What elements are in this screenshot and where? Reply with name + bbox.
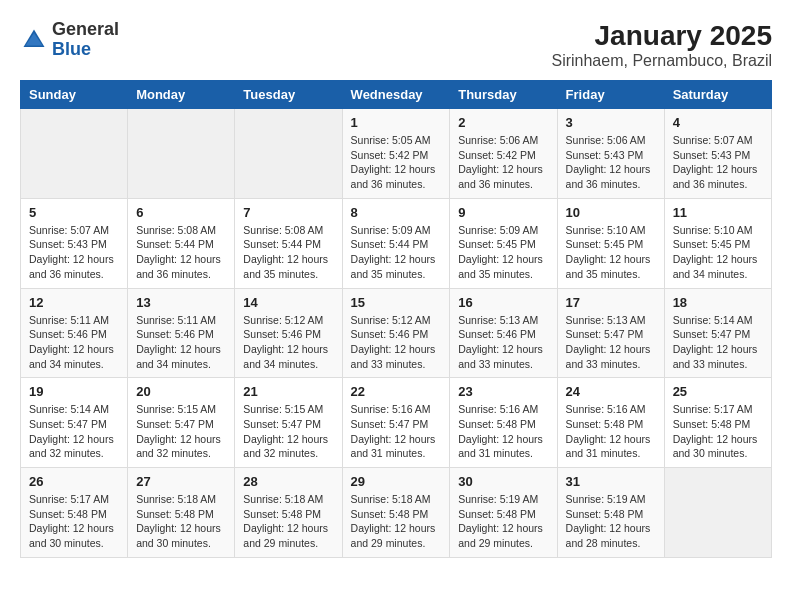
day-info: Sunrise: 5:16 AM Sunset: 5:48 PM Dayligh… — [566, 402, 656, 461]
calendar-cell — [21, 109, 128, 199]
calendar-cell: 21Sunrise: 5:15 AM Sunset: 5:47 PM Dayli… — [235, 378, 342, 468]
day-number: 12 — [29, 295, 119, 310]
day-number: 13 — [136, 295, 226, 310]
calendar-cell: 16Sunrise: 5:13 AM Sunset: 5:46 PM Dayli… — [450, 288, 557, 378]
calendar-cell: 10Sunrise: 5:10 AM Sunset: 5:45 PM Dayli… — [557, 198, 664, 288]
calendar-cell: 23Sunrise: 5:16 AM Sunset: 5:48 PM Dayli… — [450, 378, 557, 468]
day-number: 9 — [458, 205, 548, 220]
day-info: Sunrise: 5:14 AM Sunset: 5:47 PM Dayligh… — [29, 402, 119, 461]
calendar-cell: 3Sunrise: 5:06 AM Sunset: 5:43 PM Daylig… — [557, 109, 664, 199]
day-header-tuesday: Tuesday — [235, 81, 342, 109]
day-number: 28 — [243, 474, 333, 489]
day-number: 21 — [243, 384, 333, 399]
logo: General Blue — [20, 20, 119, 60]
day-info: Sunrise: 5:09 AM Sunset: 5:45 PM Dayligh… — [458, 223, 548, 282]
calendar-cell: 29Sunrise: 5:18 AM Sunset: 5:48 PM Dayli… — [342, 468, 450, 558]
calendar-cell: 9Sunrise: 5:09 AM Sunset: 5:45 PM Daylig… — [450, 198, 557, 288]
day-info: Sunrise: 5:12 AM Sunset: 5:46 PM Dayligh… — [243, 313, 333, 372]
calendar-cell: 31Sunrise: 5:19 AM Sunset: 5:48 PM Dayli… — [557, 468, 664, 558]
day-number: 3 — [566, 115, 656, 130]
calendar-cell: 1Sunrise: 5:05 AM Sunset: 5:42 PM Daylig… — [342, 109, 450, 199]
title-section: January 2025 Sirinhaem, Pernambuco, Braz… — [551, 20, 772, 70]
day-number: 11 — [673, 205, 763, 220]
day-info: Sunrise: 5:11 AM Sunset: 5:46 PM Dayligh… — [136, 313, 226, 372]
day-info: Sunrise: 5:19 AM Sunset: 5:48 PM Dayligh… — [566, 492, 656, 551]
day-number: 27 — [136, 474, 226, 489]
day-number: 5 — [29, 205, 119, 220]
calendar-cell: 22Sunrise: 5:16 AM Sunset: 5:47 PM Dayli… — [342, 378, 450, 468]
day-info: Sunrise: 5:16 AM Sunset: 5:47 PM Dayligh… — [351, 402, 442, 461]
day-number: 1 — [351, 115, 442, 130]
day-number: 7 — [243, 205, 333, 220]
calendar-week-row: 5Sunrise: 5:07 AM Sunset: 5:43 PM Daylig… — [21, 198, 772, 288]
calendar-cell: 24Sunrise: 5:16 AM Sunset: 5:48 PM Dayli… — [557, 378, 664, 468]
calendar-cell: 7Sunrise: 5:08 AM Sunset: 5:44 PM Daylig… — [235, 198, 342, 288]
calendar-cell: 12Sunrise: 5:11 AM Sunset: 5:46 PM Dayli… — [21, 288, 128, 378]
day-number: 17 — [566, 295, 656, 310]
day-info: Sunrise: 5:10 AM Sunset: 5:45 PM Dayligh… — [673, 223, 763, 282]
calendar-cell: 6Sunrise: 5:08 AM Sunset: 5:44 PM Daylig… — [128, 198, 235, 288]
day-header-saturday: Saturday — [664, 81, 771, 109]
day-info: Sunrise: 5:17 AM Sunset: 5:48 PM Dayligh… — [673, 402, 763, 461]
day-number: 30 — [458, 474, 548, 489]
day-info: Sunrise: 5:10 AM Sunset: 5:45 PM Dayligh… — [566, 223, 656, 282]
logo-icon — [20, 26, 48, 54]
day-number: 19 — [29, 384, 119, 399]
calendar-cell: 18Sunrise: 5:14 AM Sunset: 5:47 PM Dayli… — [664, 288, 771, 378]
calendar-cell: 20Sunrise: 5:15 AM Sunset: 5:47 PM Dayli… — [128, 378, 235, 468]
calendar-cell: 4Sunrise: 5:07 AM Sunset: 5:43 PM Daylig… — [664, 109, 771, 199]
day-header-thursday: Thursday — [450, 81, 557, 109]
day-number: 26 — [29, 474, 119, 489]
calendar-cell — [235, 109, 342, 199]
calendar-header-row: SundayMondayTuesdayWednesdayThursdayFrid… — [21, 81, 772, 109]
logo-blue: Blue — [52, 40, 119, 60]
calendar-cell: 11Sunrise: 5:10 AM Sunset: 5:45 PM Dayli… — [664, 198, 771, 288]
calendar-subtitle: Sirinhaem, Pernambuco, Brazil — [551, 52, 772, 70]
calendar-title: January 2025 — [551, 20, 772, 52]
day-number: 29 — [351, 474, 442, 489]
calendar-cell: 13Sunrise: 5:11 AM Sunset: 5:46 PM Dayli… — [128, 288, 235, 378]
day-info: Sunrise: 5:11 AM Sunset: 5:46 PM Dayligh… — [29, 313, 119, 372]
day-info: Sunrise: 5:14 AM Sunset: 5:47 PM Dayligh… — [673, 313, 763, 372]
day-info: Sunrise: 5:18 AM Sunset: 5:48 PM Dayligh… — [243, 492, 333, 551]
day-header-sunday: Sunday — [21, 81, 128, 109]
day-info: Sunrise: 5:15 AM Sunset: 5:47 PM Dayligh… — [136, 402, 226, 461]
calendar-cell: 30Sunrise: 5:19 AM Sunset: 5:48 PM Dayli… — [450, 468, 557, 558]
day-number: 31 — [566, 474, 656, 489]
calendar-week-row: 12Sunrise: 5:11 AM Sunset: 5:46 PM Dayli… — [21, 288, 772, 378]
day-info: Sunrise: 5:07 AM Sunset: 5:43 PM Dayligh… — [29, 223, 119, 282]
calendar-week-row: 19Sunrise: 5:14 AM Sunset: 5:47 PM Dayli… — [21, 378, 772, 468]
calendar-cell: 14Sunrise: 5:12 AM Sunset: 5:46 PM Dayli… — [235, 288, 342, 378]
day-info: Sunrise: 5:16 AM Sunset: 5:48 PM Dayligh… — [458, 402, 548, 461]
calendar-cell: 27Sunrise: 5:18 AM Sunset: 5:48 PM Dayli… — [128, 468, 235, 558]
calendar-week-row: 26Sunrise: 5:17 AM Sunset: 5:48 PM Dayli… — [21, 468, 772, 558]
day-info: Sunrise: 5:15 AM Sunset: 5:47 PM Dayligh… — [243, 402, 333, 461]
day-info: Sunrise: 5:09 AM Sunset: 5:44 PM Dayligh… — [351, 223, 442, 282]
calendar-table: SundayMondayTuesdayWednesdayThursdayFrid… — [20, 80, 772, 558]
day-number: 16 — [458, 295, 548, 310]
day-info: Sunrise: 5:05 AM Sunset: 5:42 PM Dayligh… — [351, 133, 442, 192]
logo-text: General Blue — [52, 20, 119, 60]
day-info: Sunrise: 5:08 AM Sunset: 5:44 PM Dayligh… — [243, 223, 333, 282]
day-number: 24 — [566, 384, 656, 399]
day-info: Sunrise: 5:19 AM Sunset: 5:48 PM Dayligh… — [458, 492, 548, 551]
day-number: 15 — [351, 295, 442, 310]
day-header-monday: Monday — [128, 81, 235, 109]
day-info: Sunrise: 5:07 AM Sunset: 5:43 PM Dayligh… — [673, 133, 763, 192]
calendar-cell: 15Sunrise: 5:12 AM Sunset: 5:46 PM Dayli… — [342, 288, 450, 378]
calendar-cell — [128, 109, 235, 199]
day-number: 2 — [458, 115, 548, 130]
page-header: General Blue January 2025 Sirinhaem, Per… — [20, 20, 772, 70]
day-number: 18 — [673, 295, 763, 310]
day-info: Sunrise: 5:06 AM Sunset: 5:43 PM Dayligh… — [566, 133, 656, 192]
day-info: Sunrise: 5:17 AM Sunset: 5:48 PM Dayligh… — [29, 492, 119, 551]
day-header-wednesday: Wednesday — [342, 81, 450, 109]
calendar-cell: 19Sunrise: 5:14 AM Sunset: 5:47 PM Dayli… — [21, 378, 128, 468]
calendar-cell: 26Sunrise: 5:17 AM Sunset: 5:48 PM Dayli… — [21, 468, 128, 558]
day-number: 20 — [136, 384, 226, 399]
day-number: 25 — [673, 384, 763, 399]
day-number: 22 — [351, 384, 442, 399]
day-info: Sunrise: 5:12 AM Sunset: 5:46 PM Dayligh… — [351, 313, 442, 372]
calendar-cell: 5Sunrise: 5:07 AM Sunset: 5:43 PM Daylig… — [21, 198, 128, 288]
calendar-cell: 25Sunrise: 5:17 AM Sunset: 5:48 PM Dayli… — [664, 378, 771, 468]
